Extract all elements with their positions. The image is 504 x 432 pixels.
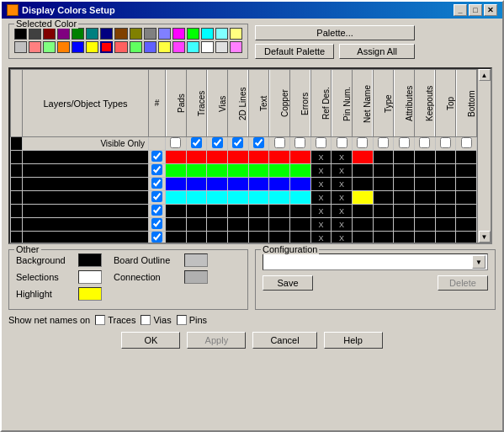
row3-pads[interactable] <box>166 178 187 191</box>
row6-check[interactable] <box>149 218 166 232</box>
swatch-brightcyan[interactable] <box>187 41 199 53</box>
swatch-dkgreen[interactable] <box>72 28 84 40</box>
row6-copper[interactable] <box>269 218 290 232</box>
row7-2dlines[interactable] <box>227 232 248 243</box>
row6-2dlines[interactable] <box>227 218 248 232</box>
row4-pads[interactable] <box>166 191 187 205</box>
visible-only-check-traces[interactable] <box>186 137 207 151</box>
swatch-ltcyan[interactable] <box>215 28 228 40</box>
visible-only-check-netname[interactable] <box>352 137 373 151</box>
visible-only-check-type[interactable] <box>373 137 394 151</box>
vias-checkbox[interactable] <box>141 315 151 325</box>
swatch-olive[interactable] <box>130 28 142 40</box>
palette-button[interactable]: Palette... <box>255 25 415 40</box>
swatch-darkgray[interactable] <box>29 28 41 40</box>
row2-attributes[interactable] <box>394 164 415 178</box>
row1-top[interactable] <box>435 151 456 164</box>
config-dropdown[interactable]: ▼ <box>263 253 488 270</box>
row2-pads[interactable] <box>166 164 187 178</box>
swatch-purple[interactable] <box>57 28 70 40</box>
row7-check[interactable] <box>149 232 166 243</box>
row1-pads[interactable] <box>166 151 187 164</box>
row2-netname[interactable] <box>352 164 373 178</box>
row6-bottom[interactable] <box>456 218 477 232</box>
row4-vias[interactable] <box>207 191 228 205</box>
row2-text[interactable] <box>248 164 269 178</box>
swatch-blue[interactable] <box>72 41 84 53</box>
row3-copper[interactable] <box>269 178 290 191</box>
row7-copper[interactable] <box>269 232 290 243</box>
scroll-down-arrow[interactable]: ▼ <box>479 231 491 243</box>
row4-check[interactable] <box>149 191 166 205</box>
row5-traces[interactable] <box>186 205 207 218</box>
row6-attributes[interactable] <box>394 218 415 232</box>
row2-copper[interactable] <box>269 164 290 178</box>
row4-top[interactable] <box>435 191 456 205</box>
row6-netname[interactable] <box>352 218 373 232</box>
row2-check[interactable] <box>149 164 166 178</box>
row1-text[interactable] <box>248 151 269 164</box>
swatch-pink[interactable] <box>29 41 41 53</box>
table-scrollbar[interactable]: ▲ ▼ <box>477 69 491 243</box>
row7-type[interactable] <box>373 232 394 243</box>
swatch-lavender[interactable] <box>230 41 242 53</box>
row2-type[interactable] <box>373 164 394 178</box>
row5-check[interactable] <box>149 205 166 218</box>
row7-attributes[interactable] <box>394 232 415 243</box>
swatch-black[interactable] <box>14 28 27 40</box>
swatch-red[interactable] <box>100 41 113 53</box>
swatch-brown[interactable] <box>114 28 127 40</box>
row1-bottom[interactable] <box>456 151 477 164</box>
row5-text[interactable] <box>248 205 269 218</box>
row3-traces[interactable] <box>186 178 207 191</box>
row3-errors[interactable] <box>289 178 310 191</box>
selections-color-box[interactable] <box>78 270 102 284</box>
row3-2dlines[interactable] <box>227 178 248 191</box>
row7-netname[interactable] <box>352 232 373 243</box>
swatch-salmon[interactable] <box>114 41 127 53</box>
row1-errors[interactable] <box>289 151 310 164</box>
row7-text[interactable] <box>248 232 269 243</box>
visible-only-check-copper[interactable] <box>269 137 290 151</box>
row7-errors[interactable] <box>289 232 310 243</box>
row3-attributes[interactable] <box>394 178 415 191</box>
row3-check[interactable] <box>149 178 166 191</box>
row4-copper[interactable] <box>269 191 290 205</box>
row3-vias[interactable] <box>207 178 228 191</box>
row3-netname[interactable] <box>352 178 373 191</box>
row4-2dlines[interactable] <box>227 191 248 205</box>
row4-text[interactable] <box>248 191 269 205</box>
swatch-ltgreen[interactable] <box>43 41 56 53</box>
visible-only-check-top[interactable] <box>435 137 456 151</box>
delete-button[interactable]: Delete <box>438 275 488 291</box>
row4-type[interactable] <box>373 191 394 205</box>
row1-keepouts[interactable] <box>414 151 435 164</box>
dropdown-arrow-icon[interactable]: ▼ <box>472 255 485 269</box>
traces-checkbox[interactable] <box>95 315 105 325</box>
row5-vias[interactable] <box>207 205 228 218</box>
row2-bottom[interactable] <box>456 164 477 178</box>
swatch-ltgreen2[interactable] <box>130 41 142 53</box>
swatch-ltyellow[interactable] <box>230 28 242 40</box>
row5-attributes[interactable] <box>394 205 415 218</box>
row6-keepouts[interactable] <box>414 218 435 232</box>
close-button[interactable]: ✕ <box>484 4 497 16</box>
swatch-white[interactable] <box>201 41 214 53</box>
row5-netname[interactable] <box>352 205 373 218</box>
swatch-ltblue[interactable] <box>158 28 171 40</box>
row5-bottom[interactable] <box>456 205 477 218</box>
visible-only-check-errors[interactable] <box>289 137 310 151</box>
row5-2dlines[interactable] <box>227 205 248 218</box>
row1-copper[interactable] <box>269 151 290 164</box>
row3-keepouts[interactable] <box>414 178 435 191</box>
swatch-teal[interactable] <box>86 28 98 40</box>
row3-bottom[interactable] <box>456 178 477 191</box>
board-outline-color-box[interactable] <box>184 253 208 267</box>
row6-traces[interactable] <box>186 218 207 232</box>
row3-top[interactable] <box>435 178 456 191</box>
row4-errors[interactable] <box>289 191 310 205</box>
swatch-green[interactable] <box>187 28 199 40</box>
row5-top[interactable] <box>435 205 456 218</box>
row4-netname[interactable] <box>352 191 373 205</box>
scroll-up-arrow[interactable]: ▲ <box>479 69 491 81</box>
